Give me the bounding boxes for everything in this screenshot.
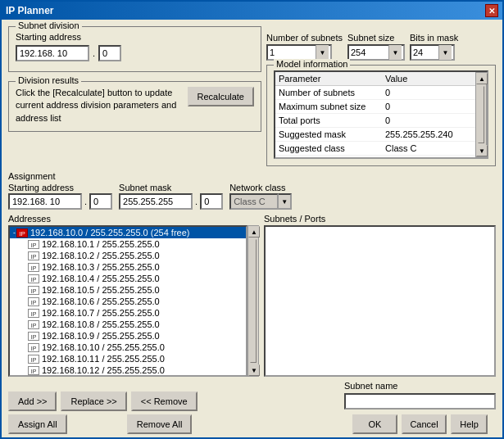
address-list-item[interactable]: IP192.168.10.4 / 255.255.255.0 bbox=[10, 273, 246, 284]
addr-scroll-down[interactable]: ▼ bbox=[248, 364, 260, 376]
subnet-division-label: Subnet division bbox=[16, 20, 82, 30]
model-value-cell: Class C bbox=[382, 142, 475, 155]
ip-node-icon: IP bbox=[28, 263, 39, 272]
address-list-item[interactable]: IP192.168.10.11 / 255.255.255.0 bbox=[10, 353, 246, 364]
ip-node-icon: IP bbox=[28, 332, 39, 341]
ip-node-icon: IP bbox=[28, 240, 39, 249]
address-list-item[interactable]: IP192.168.10.5 / 255.255.255.0 bbox=[10, 284, 246, 296]
model-scrollbar[interactable]: ▲ ▼ bbox=[475, 72, 487, 157]
subnet-size-arrow[interactable]: ▼ bbox=[388, 45, 402, 60]
subnet-mask-input2[interactable] bbox=[200, 193, 223, 210]
subnets-ports-label: Subnets / Ports bbox=[264, 214, 496, 224]
num-subnets-combo[interactable]: 1 ▼ bbox=[266, 44, 332, 61]
model-value-cell: 0 bbox=[382, 114, 475, 127]
address-list-item[interactable]: IP192.168.10.3 / 255.255.255.0 bbox=[10, 261, 246, 273]
assignment-label: Assignment bbox=[8, 171, 55, 181]
assign-addr-input1[interactable] bbox=[8, 193, 82, 210]
num-subnets-value: 1 bbox=[270, 48, 275, 57]
scroll-up[interactable]: ▲ bbox=[476, 73, 488, 84]
ip-node-icon: IP bbox=[28, 366, 39, 375]
network-class-label: Network class bbox=[229, 183, 292, 192]
model-value-cell: 255.255.255.240 bbox=[382, 128, 475, 141]
addr-scroll-up[interactable]: ▲ bbox=[248, 226, 260, 238]
subnet-size-combo[interactable]: 254 ▼ bbox=[347, 44, 405, 61]
bits-in-mask-label: Bits in mask bbox=[410, 33, 458, 43]
model-value-cell: 0 bbox=[382, 100, 475, 113]
model-param-cell: Number of subnets bbox=[275, 86, 382, 99]
assign-all-button[interactable]: Assign All bbox=[8, 414, 67, 434]
subnet-size-label: Subnet size bbox=[347, 33, 405, 43]
model-info-group: Model information Parameter Value Number… bbox=[266, 65, 496, 166]
model-info-label: Model information bbox=[274, 59, 350, 69]
scroll-thumb[interactable] bbox=[478, 86, 484, 143]
address-list-item[interactable]: IP192.168.10.9 / 255.255.255.0 bbox=[10, 330, 246, 342]
network-class-input bbox=[229, 193, 279, 210]
recalculate-button[interactable]: Recalculate bbox=[188, 87, 254, 106]
window-title: IP Planner bbox=[6, 5, 53, 16]
address-list-item[interactable]: IP192.168.10.12 / 255.255.255.0 bbox=[10, 364, 246, 376]
tree-expand-icon: - bbox=[13, 229, 16, 237]
addr-dot: . bbox=[93, 48, 95, 58]
address-list-item[interactable]: -IP192.168.10.0 / 255.255.255.0 (254 fre… bbox=[10, 227, 246, 238]
address-list-item[interactable]: IP192.168.10.8 / 255.255.255.0 bbox=[10, 319, 246, 330]
ip-node-icon: IP bbox=[28, 297, 39, 306]
bits-in-mask-combo[interactable]: 24 ▼ bbox=[410, 44, 455, 61]
model-param-cell: Maximum subnet size bbox=[275, 100, 382, 113]
subnet-name-label: Subnet name bbox=[344, 381, 397, 391]
address-list-item[interactable]: IP192.168.10.10 / 255.255.255.0 bbox=[10, 342, 246, 353]
model-param-header: Parameter bbox=[275, 72, 382, 85]
network-class-arrow[interactable]: ▼ bbox=[279, 193, 292, 210]
model-table-row: Maximum subnet size0 bbox=[275, 100, 475, 114]
division-results-label: Division results bbox=[16, 75, 81, 85]
ip-node-icon: IP bbox=[28, 355, 39, 364]
addresses-label: Addresses bbox=[8, 214, 259, 224]
ip-node-icon: IP bbox=[28, 309, 39, 318]
bits-in-mask-arrow[interactable]: ▼ bbox=[438, 45, 452, 60]
model-table-row: Total ports0 bbox=[275, 114, 475, 128]
model-table-row: Suggested mask255.255.255.240 bbox=[275, 128, 475, 142]
starting-address-input[interactable] bbox=[16, 45, 89, 61]
remove-all-button[interactable]: Remove All bbox=[127, 414, 193, 434]
assign-starting-addr-label: Starting address bbox=[8, 183, 112, 192]
model-param-cell: Suggested class bbox=[275, 142, 382, 155]
ok-button[interactable]: OK bbox=[352, 414, 397, 434]
address-list[interactable]: -IP192.168.10.0 / 255.255.255.0 (254 fre… bbox=[8, 225, 247, 377]
subnet-division-group: Subnet division Starting address . bbox=[8, 26, 261, 72]
assign-addr-dot: . bbox=[84, 197, 87, 206]
ip-node-icon: IP bbox=[28, 251, 39, 260]
assign-addr-input2[interactable] bbox=[89, 193, 112, 210]
ip-node-icon: IP bbox=[28, 320, 39, 329]
address-list-item[interactable]: IP192.168.10.7 / 255.255.255.0 bbox=[10, 307, 246, 319]
title-bar: IP Planner ✕ bbox=[2, 2, 502, 20]
num-subnets-label: Number of subnets bbox=[266, 33, 343, 43]
remove-button[interactable]: << Remove bbox=[131, 391, 198, 411]
scroll-down[interactable]: ▼ bbox=[476, 145, 488, 156]
starting-address-label: Starting address bbox=[16, 32, 81, 42]
model-value-header: Value bbox=[382, 72, 475, 85]
ip-node-icon: IP bbox=[28, 343, 39, 352]
address-list-item[interactable]: IP192.168.10.6 / 255.255.255.0 bbox=[10, 296, 246, 307]
subnet-mask-label: Subnet mask bbox=[119, 183, 223, 192]
division-results-group: Division results Click the [Recalculate]… bbox=[8, 81, 261, 132]
replace-button[interactable]: Replace >> bbox=[61, 391, 126, 411]
address-scrollbar[interactable]: ▲ ▼ bbox=[247, 225, 259, 377]
close-button[interactable]: ✕ bbox=[485, 4, 498, 17]
num-subnets-arrow[interactable]: ▼ bbox=[316, 45, 329, 60]
address-list-item[interactable]: IP192.168.10.2 / 255.255.255.0 bbox=[10, 250, 246, 261]
model-table-row: Suggested classClass C bbox=[275, 142, 475, 156]
division-info-text: Click the [Recalculate] button to update… bbox=[16, 87, 184, 124]
subnet-mask-input1[interactable] bbox=[119, 193, 193, 210]
subnet-size-value: 254 bbox=[351, 48, 366, 57]
starting-address-input2[interactable] bbox=[98, 45, 121, 61]
folder-icon: IP bbox=[16, 229, 28, 238]
subnet-name-input[interactable] bbox=[344, 393, 496, 410]
add-button[interactable]: Add >> bbox=[8, 391, 57, 411]
ip-planner-window: IP Planner ✕ Subnet division Starting ad… bbox=[0, 0, 504, 439]
model-param-cell: Suggested mask bbox=[275, 128, 382, 141]
ip-node-icon: IP bbox=[28, 286, 39, 295]
address-list-item[interactable]: IP192.168.10.1 / 255.255.255.0 bbox=[10, 238, 246, 250]
help-button[interactable]: Help bbox=[451, 414, 488, 434]
model-value-cell: 0 bbox=[382, 86, 475, 99]
cancel-button[interactable]: Cancel bbox=[402, 414, 447, 434]
model-table-row: Number of subnets0 bbox=[275, 86, 475, 100]
